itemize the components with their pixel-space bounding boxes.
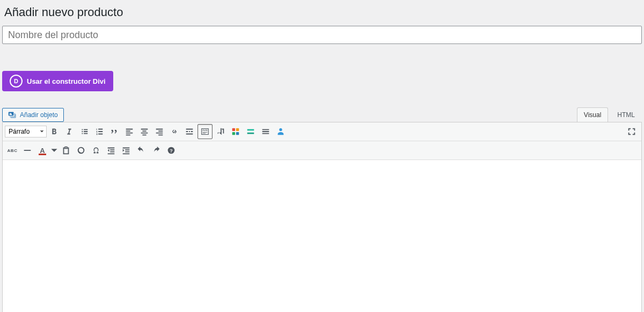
indent-button[interactable] bbox=[119, 143, 133, 157]
strikethrough-button[interactable]: ABC bbox=[5, 143, 19, 157]
outdent-button[interactable] bbox=[104, 143, 118, 157]
add-media-button[interactable]: Añadir objeto bbox=[2, 108, 64, 122]
fullscreen-button[interactable] bbox=[625, 125, 639, 139]
read-more-button[interactable] bbox=[182, 125, 196, 139]
paste-text-button[interactable] bbox=[59, 143, 73, 157]
svg-rect-5 bbox=[247, 129, 254, 131]
svg-rect-1 bbox=[232, 128, 235, 131]
editor-container: Párrafo ABC A bbox=[2, 122, 642, 312]
format-select[interactable]: Párrafo bbox=[5, 126, 47, 137]
highlight-button[interactable] bbox=[244, 125, 258, 139]
help-button[interactable]: ? bbox=[164, 143, 178, 157]
tab-html[interactable]: HTML bbox=[610, 107, 642, 122]
text-color-button[interactable]: A bbox=[35, 143, 49, 157]
italic-button[interactable] bbox=[62, 125, 76, 139]
svg-rect-0 bbox=[202, 129, 209, 135]
media-icon bbox=[8, 111, 17, 119]
svg-rect-6 bbox=[247, 133, 254, 134]
special-char-button[interactable] bbox=[89, 143, 103, 157]
bold-button[interactable] bbox=[47, 125, 61, 139]
svg-text:?: ? bbox=[170, 148, 173, 154]
align-left-button[interactable] bbox=[122, 125, 136, 139]
divi-button-label: Usar el constructor Divi bbox=[27, 77, 106, 85]
bullet-list-button[interactable] bbox=[77, 125, 91, 139]
undo-button[interactable] bbox=[134, 143, 148, 157]
rows-button[interactable] bbox=[259, 125, 273, 139]
page-title: Añadir nuevo producto bbox=[4, 5, 642, 19]
add-media-label: Añadir objeto bbox=[20, 111, 58, 119]
svg-rect-3 bbox=[232, 132, 235, 135]
svg-rect-2 bbox=[236, 128, 239, 131]
clear-format-button[interactable] bbox=[74, 143, 88, 157]
divi-logo-icon: D bbox=[10, 75, 23, 88]
tab-visual[interactable]: Visual bbox=[577, 107, 608, 122]
align-right-button[interactable] bbox=[152, 125, 166, 139]
link-button[interactable] bbox=[167, 125, 181, 139]
svg-rect-7 bbox=[24, 150, 31, 151]
blockquote-button[interactable] bbox=[107, 125, 121, 139]
svg-rect-4 bbox=[236, 132, 239, 135]
product-name-input[interactable] bbox=[2, 26, 642, 44]
grid-blocks-button[interactable] bbox=[229, 125, 243, 139]
editor-content-area[interactable] bbox=[3, 160, 641, 312]
use-divi-builder-button[interactable]: D Usar el constructor Divi bbox=[2, 71, 113, 91]
redo-button[interactable] bbox=[149, 143, 163, 157]
toolbar-toggle-button[interactable] bbox=[197, 124, 213, 139]
user-icon-button[interactable] bbox=[274, 125, 288, 139]
numbered-list-button[interactable] bbox=[92, 125, 106, 139]
columns-button[interactable] bbox=[214, 125, 228, 139]
horizontal-rule-button[interactable] bbox=[20, 143, 34, 157]
align-center-button[interactable] bbox=[137, 125, 151, 139]
text-color-dropdown[interactable] bbox=[50, 143, 58, 157]
